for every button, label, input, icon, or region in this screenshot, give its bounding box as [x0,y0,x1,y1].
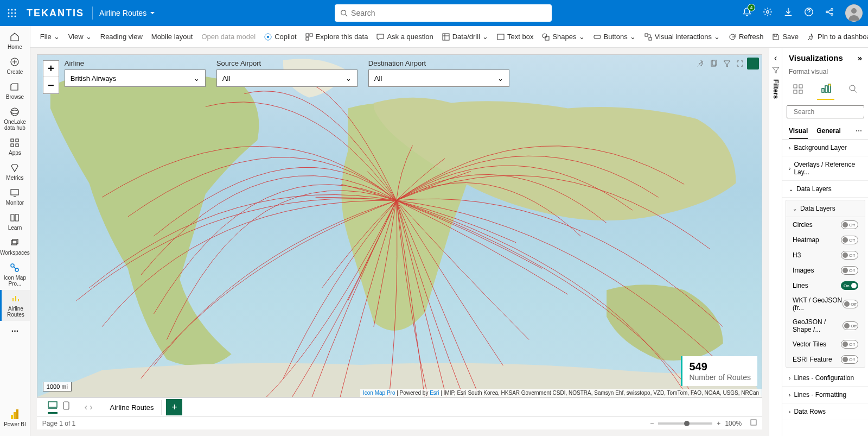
svg-point-10 [767,11,769,14]
format-visual-tab[interactable] [817,80,834,100]
menu-ask[interactable]: Ask a question [372,30,437,43]
section-overlays[interactable]: ›Overlays / Reference Lay... [782,156,868,181]
menu-shapes[interactable]: Shapes⌄ [538,30,589,43]
filter-visual-icon[interactable] [721,58,733,69]
nav-workspaces[interactable]: Workspaces [0,234,30,259]
fit-page-icon[interactable] [750,419,757,427]
menu-textbox[interactable]: Text box [493,30,538,43]
menu-view[interactable]: View⌄ [64,30,96,43]
viz-pane-subtitle: Format visual [782,68,868,80]
section-lines-config[interactable]: ›Lines - Configuration [782,370,868,387]
section-lines-format[interactable]: ›Lines - Formatting [782,387,868,403]
dest-filter[interactable]: All⌄ [368,69,509,87]
menu-explore[interactable]: Explore this data [301,30,373,43]
file-name-dropdown[interactable]: Airline Routes [99,9,155,17]
menu-copilot[interactable]: Copilot [260,30,301,43]
opt-images: Images [793,267,814,274]
prev-page[interactable]: ‹ [85,402,87,412]
menu-refresh[interactable]: Refresh [724,30,768,43]
nav-create[interactable]: Create [0,53,30,78]
nav-apps[interactable]: Apps [0,134,30,159]
menu-opendatamodel: Open data model [197,30,260,43]
zoom-slider[interactable] [658,422,712,425]
nav-onelake[interactable]: OneLake data hub [0,103,30,134]
nav-metrics[interactable]: Metrics [0,159,30,184]
toggle-lines[interactable]: On [841,281,858,290]
nav-airline-routes[interactable]: Airline Routes [0,290,30,321]
toggle-h3[interactable]: Off [841,251,858,260]
page-indicator: Page 1 of 1 [42,420,75,427]
desktop-view-icon[interactable] [48,401,58,414]
menu-reading[interactable]: Reading view [96,30,147,43]
opt-circles: Circles [793,221,813,229]
nav-monitor[interactable]: Monitor [0,184,30,209]
svg-rect-36 [306,37,309,40]
menu-mobile[interactable]: Mobile layout [147,30,197,43]
more-visual-icon[interactable] [747,58,759,69]
viz-more-icon[interactable]: ⋯ [856,124,862,139]
menu-buttons[interactable]: Buttons⌄ [589,30,640,43]
menu-pin[interactable]: Pin to a dashboard [803,30,868,43]
zoom-out-status[interactable]: − [650,420,654,427]
svg-rect-21 [16,139,18,142]
zoom-in-button[interactable]: + [43,61,59,77]
build-visual-tab[interactable] [789,80,807,99]
subsection-data-layers[interactable]: ⌄Data Layers [786,200,865,217]
notifications-icon[interactable]: 4 [742,7,752,19]
nav-home[interactable]: Home [0,28,30,53]
zoom-in-status[interactable]: + [717,420,720,427]
toggle-geojson[interactable]: Off [843,321,858,330]
menu-save[interactable]: Save [768,30,803,43]
toggle-circles[interactable]: Off [841,220,858,229]
search-input[interactable] [351,9,546,17]
svg-point-12 [826,11,828,13]
filters-pane-collapsed[interactable]: ‹ Filters [769,48,782,436]
source-filter[interactable]: All⌄ [216,69,358,87]
nav-browse[interactable]: Browse [0,78,30,103]
svg-rect-40 [545,36,549,40]
viz-pane-title: Visualizations [789,53,843,62]
map-visual[interactable]: + − Airline British Airways⌄ Source Airp… [37,54,762,397]
copy-visual-icon[interactable] [708,58,720,69]
section-data-rows[interactable]: ›Data Rows [782,403,868,420]
pin-visual-icon[interactable] [695,58,707,69]
section-data-layers[interactable]: ⌄Data Layers [782,181,868,198]
add-page-button[interactable]: + [166,399,182,415]
nav-learn[interactable]: Learn [0,209,30,234]
svg-rect-37 [443,34,449,40]
toggle-heatmap[interactable]: Off [841,236,858,244]
settings-icon[interactable] [763,7,773,19]
svg-rect-41 [594,35,601,39]
user-avatar[interactable] [845,4,863,22]
help-icon[interactable] [804,7,814,19]
focus-visual-icon[interactable] [734,58,746,69]
global-search[interactable] [335,4,552,22]
general-tab[interactable]: General [816,124,841,139]
nav-iconmap[interactable]: Icon Map Pro... [0,259,30,290]
app-launcher-icon[interactable] [5,7,18,20]
toggle-esri[interactable]: Off [841,355,858,364]
page-tab[interactable]: Airline Routes [103,400,162,415]
toggle-images[interactable]: Off [841,266,858,275]
nav-powerbi[interactable]: Power BI [0,406,30,431]
viz-search[interactable] [787,105,864,118]
svg-rect-35 [310,34,312,36]
visual-tab[interactable]: Visual [789,124,808,139]
menu-datadrill[interactable]: Data/drill⌄ [438,30,493,43]
download-icon[interactable] [783,7,793,19]
next-page[interactable]: › [90,402,92,412]
airline-filter[interactable]: British Airways⌄ [65,69,206,87]
toggle-wkt[interactable]: Off [843,300,858,308]
nav-more[interactable]: ... [0,321,30,337]
svg-rect-23 [16,144,18,147]
toggle-vector[interactable]: Off [841,340,858,349]
mobile-view-icon[interactable] [63,401,69,414]
svg-point-14 [831,14,833,16]
share-icon[interactable] [825,7,834,19]
section-background-layer[interactable]: ›Background Layer [782,140,868,156]
menu-file[interactable]: File⌄ [36,30,64,43]
analytics-tab[interactable] [845,80,862,99]
menu-vizinter[interactable]: Visual interactions⌄ [640,30,724,43]
zoom-out-button[interactable]: − [43,77,59,93]
viz-pane-collapse[interactable]: » [858,53,862,62]
